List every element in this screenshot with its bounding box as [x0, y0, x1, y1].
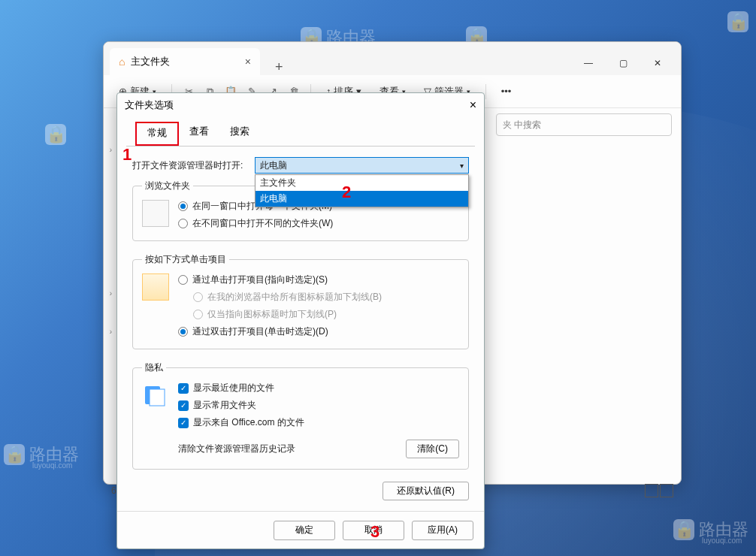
search-input[interactable]: 夹 中搜索 [496, 113, 672, 136]
watermark: 🔒 [727, 11, 748, 32]
browse-icon [142, 200, 169, 227]
watermark: 🔒 [45, 124, 66, 145]
dialog-tabs: 常规 查看 搜索 [126, 122, 475, 147]
minimize-button[interactable]: — [571, 51, 606, 75]
close-tab-icon[interactable]: × [245, 56, 251, 68]
combobox-dropdown: 主文件夹 此电脑 [255, 174, 469, 207]
privacy-icon [142, 382, 169, 409]
clear-button[interactable]: 清除(C) [406, 440, 459, 458]
tab-general[interactable]: 常规 [135, 122, 179, 146]
apply-button[interactable]: 应用(A) [412, 521, 473, 540]
close-window-button[interactable]: ✕ [640, 51, 675, 75]
more-button[interactable]: ••• [495, 83, 518, 100]
check-recent-files[interactable]: ✓显示最近使用的文件 [178, 382, 459, 394]
radio-new-window[interactable]: 在不同窗口中打开不同的文件夹(W) [178, 217, 459, 230]
combo-option-this-pc[interactable]: 此电脑 [256, 191, 468, 207]
check-frequent-folders[interactable]: ✓显示常用文件夹 [178, 399, 459, 412]
dialog-titlebar: 文件夹选项 × [117, 93, 484, 117]
privacy-group: 隐私 ✓显示最近使用的文件 ✓显示常用文件夹 ✓显示来自 Office.com … [132, 361, 469, 470]
dialog-title: 文件夹选项 [125, 98, 174, 112]
radio-underline-all: 在我的浏览器中给所有图标标题加下划线(B) [193, 291, 459, 304]
click-legend: 按如下方式单击项目 [142, 253, 229, 266]
radio-underline-hover: 仅当指向图标标题时加下划线(P) [193, 308, 459, 321]
maximize-button[interactable]: ▢ [606, 51, 640, 75]
browse-legend: 浏览文件夹 [142, 180, 193, 192]
home-icon: ⌂ [119, 56, 125, 68]
titlebar: ⌂ 主文件夹 × + — ▢ ✕ [104, 42, 681, 75]
watermark: 🔒路由器luyouqi.com [4, 443, 79, 466]
details-view-icon[interactable] [645, 484, 658, 497]
open-explorer-combobox[interactable]: 此电脑 ▾ 主文件夹 此电脑 [255, 157, 469, 174]
dialog-body: 打开文件资源管理器时打开: 此电脑 ▾ 主文件夹 此电脑 浏览文件夹 在同一窗口… [117, 147, 484, 511]
radio-single-click[interactable]: 通过单击打开项目(指向时选定)(S) [178, 273, 459, 286]
tab-view[interactable]: 查看 [179, 122, 219, 146]
new-tab-button[interactable]: + [269, 59, 289, 75]
click-icon [142, 273, 169, 301]
close-dialog-button[interactable]: × [470, 98, 476, 112]
large-icons-view-icon[interactable] [660, 484, 673, 497]
privacy-legend: 隐私 [142, 361, 166, 374]
open-explorer-label: 打开文件资源管理器时打开: [132, 159, 243, 172]
clear-history-label: 清除文件资源管理器历史记录 [178, 443, 295, 455]
radio-double-click[interactable]: 通过双击打开项目(单击时选定)(D) [178, 325, 459, 338]
combo-option-home[interactable]: 主文件夹 [256, 175, 468, 191]
watermark: 🔒路由器luyouqi.com [673, 518, 748, 541]
annotation-3: 3 [370, 522, 380, 542]
check-office-files[interactable]: ✓显示来自 Office.com 的文件 [178, 416, 459, 429]
tab-search[interactable]: 搜索 [219, 122, 260, 146]
svg-rect-1 [150, 389, 165, 406]
item-count: 6 [111, 485, 116, 496]
ok-button[interactable]: 确定 [274, 521, 335, 540]
annotation-1: 1 [122, 145, 132, 165]
tab-title: 主文件夹 [131, 55, 170, 68]
folder-options-dialog: 文件夹选项 × 常规 查看 搜索 打开文件资源管理器时打开: 此电脑 ▾ 主文件… [116, 92, 485, 549]
click-items-group: 按如下方式单击项目 通过单击打开项目(指向时选定)(S) 在我的浏览器中给所有图… [132, 253, 469, 349]
chevron-down-icon: ▾ [460, 162, 464, 170]
window-tab[interactable]: ⌂ 主文件夹 × [110, 48, 260, 75]
restore-defaults-button[interactable]: 还原默认值(R) [383, 482, 469, 500]
dialog-footer: 确定 取消 应用(A) [117, 511, 484, 548]
annotation-2: 2 [342, 183, 351, 202]
